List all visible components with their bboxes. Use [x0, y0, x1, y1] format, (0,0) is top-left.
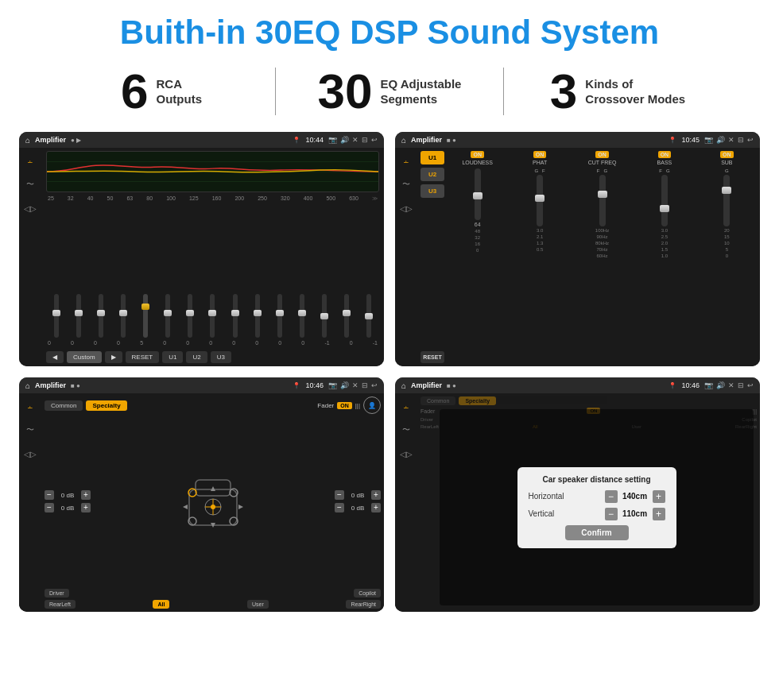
eq-u1-btn[interactable]: U1 — [162, 351, 183, 363]
channel-phat: ON PHAT G F 3.0 2.1 1.3 0.5 — [510, 151, 569, 363]
eq-time: 10:44 — [305, 136, 324, 144]
fl-minus[interactable]: − — [45, 490, 54, 500]
eq-topbar-icons: 📷🔊✕⊟↩ — [328, 136, 378, 144]
eq-screen-content: ⫠ 〜 ◁▷ — [19, 148, 384, 366]
dialog-topbar-icons: 📷🔊✕⊟↩ — [704, 381, 754, 389]
eq-main-area: 2532405063 80100125160200 25032040050063… — [41, 148, 384, 366]
confirm-button[interactable]: Confirm — [565, 525, 629, 540]
btn-all[interactable]: All — [153, 600, 169, 609]
eq-values: 00005 00000 00-10-1 — [46, 340, 379, 346]
preset-u1[interactable]: U1 — [421, 151, 444, 164]
sidebar-vol-icon-3[interactable]: ◁▷ — [22, 446, 38, 462]
stat-eq-number: 30 — [318, 67, 373, 116]
speaker-main-area: Common Specialty Fader ON ||| 👤 — [41, 393, 384, 612]
channel-loudness: ON LOUDNESS 64 48 32 16 0 — [448, 151, 507, 363]
preset-u2[interactable]: U2 — [421, 168, 444, 181]
btn-driver[interactable]: Driver — [45, 589, 69, 598]
eq-u3-btn[interactable]: U3 — [211, 351, 231, 363]
sidebar-wave-icon[interactable]: 〜 — [22, 176, 38, 192]
eq-reset-btn[interactable]: RESET — [126, 351, 160, 363]
eq-screen-card: ⌂ Amplifier ● ▶ 📍 10:44 📷🔊✕⊟↩ ⫠ 〜 ◁▷ — [19, 132, 384, 366]
horizontal-minus[interactable]: − — [605, 490, 618, 503]
eq-custom-btn[interactable]: Custom — [67, 351, 102, 363]
fr-minus[interactable]: − — [335, 490, 344, 500]
svg-marker-16 — [238, 505, 243, 509]
dialog-topbar: ⌂ Amplifier ■ ● 📍 10:46 📷🔊✕⊟↩ — [395, 377, 760, 393]
sidebar-speaker-icon[interactable]: ◁▷ — [22, 200, 38, 216]
loudness-on: ON — [471, 151, 484, 158]
crossover-time: 10:45 — [681, 136, 700, 144]
dialog-box: Car speaker distance setting Horizontal … — [517, 467, 676, 548]
speaker-tabs: Common Specialty — [45, 400, 127, 411]
preset-u3[interactable]: U3 — [421, 184, 444, 198]
rr-db-row: − 0 dB + — [335, 503, 381, 512]
dialog-vertical-label: Vertical — [529, 509, 555, 518]
crossover-topbar-icons: 📷🔊✕⊟↩ — [704, 136, 754, 144]
svg-marker-13 — [211, 486, 215, 491]
speaker-bottom-btns-2: RearLeft All User RearRight — [45, 600, 381, 609]
fr-plus[interactable]: + — [371, 490, 381, 500]
fl-db-row: − 0 dB + — [45, 490, 91, 500]
sidebar-wave-icon-3[interactable]: 〜 — [22, 422, 38, 438]
stat-rca-number: 6 — [121, 67, 148, 116]
sidebar-wave-icon-2[interactable]: 〜 — [398, 176, 414, 192]
home-icon-3: ⌂ — [25, 381, 30, 390]
crossover-channels: ON LOUDNESS 64 48 32 16 0 ON P — [448, 151, 757, 363]
dialog-bg: Common Specialty Fader ON ||| DriverCopi… — [417, 393, 760, 612]
fader-label: Fader — [317, 402, 334, 409]
svg-point-12 — [211, 505, 215, 509]
tab-common[interactable]: Common — [45, 400, 83, 411]
horizontal-value: 140cm — [621, 492, 649, 501]
eq-topbar: ⌂ Amplifier ● ▶ 📍 10:44 📷🔊✕⊟↩ — [19, 132, 384, 148]
sidebar-eq-icon-2[interactable]: ⫠ — [398, 153, 414, 168]
fl-plus[interactable]: + — [81, 490, 91, 500]
speaker-bottom-btns: Driver Copilot — [45, 589, 381, 598]
speaker-sidebar: ⫠ 〜 ◁▷ — [19, 393, 41, 612]
speaker-screen-card: ⌂ Amplifier ■ ● 📍 10:46 📷🔊✕⊟↩ ⫠ 〜 ◁▷ Com… — [19, 377, 384, 612]
eq-u2-btn[interactable]: U2 — [186, 351, 207, 363]
dialog-time: 10:46 — [681, 381, 700, 389]
rl-minus[interactable]: − — [45, 503, 54, 512]
tab-specialty[interactable]: Specialty — [86, 400, 126, 411]
car-diagram — [94, 416, 331, 586]
crossover-reset[interactable]: RESET — [421, 351, 444, 363]
home-icon: ⌂ — [25, 136, 30, 145]
stats-row: 6 RCAOutputs 30 EQ AdjustableSegments 3 … — [0, 59, 779, 127]
rr-minus[interactable]: − — [335, 503, 344, 512]
channel-cutfreq: ON CUT FREQ F G 100Hz 90Hz 80kHz 70Hz 60… — [572, 151, 632, 363]
btn-rearleft[interactable]: RearLeft — [45, 600, 76, 609]
phat-on: ON — [533, 151, 547, 158]
sidebar-eq-icon-3[interactable]: ⫠ — [22, 398, 38, 414]
fader-control: Fader ON ||| 👤 — [317, 396, 381, 414]
dialog-horizontal-row: Horizontal − 140cm + — [529, 490, 665, 503]
home-icon-2: ⌂ — [401, 136, 406, 145]
horizontal-plus[interactable]: + — [653, 490, 665, 503]
vertical-plus[interactable]: + — [653, 508, 665, 520]
dialog-horizontal-value-group: − 140cm + — [605, 490, 665, 503]
sidebar-speaker-icon-2[interactable]: ◁▷ — [398, 200, 414, 216]
stat-crossover: 3 Kinds ofCrossover Modes — [504, 67, 731, 116]
btn-user[interactable]: User — [247, 600, 269, 609]
dialog-screen-content: ⫠ 〜 ◁▷ Common Specialty Fader ON ||| — [395, 393, 760, 612]
rr-plus[interactable]: + — [371, 503, 381, 512]
crossover-sidebar: ⫠ 〜 ◁▷ — [395, 148, 417, 366]
dialog-sidebar: ⫠ 〜 ◁▷ — [395, 393, 417, 612]
eq-sliders — [46, 204, 379, 338]
stat-rca: 6 RCAOutputs — [48, 67, 275, 116]
sidebar-eq-icon[interactable]: ⫠ — [22, 153, 38, 168]
dialog-horizontal-label: Horizontal — [529, 492, 564, 501]
btn-copilot[interactable]: Copilot — [354, 589, 381, 598]
eq-prev-btn[interactable]: ◀ — [46, 351, 64, 363]
screens-grid: ⌂ Amplifier ● ▶ 📍 10:44 📷🔊✕⊟↩ ⫠ 〜 ◁▷ — [0, 127, 779, 620]
rl-plus[interactable]: + — [81, 503, 91, 512]
vertical-minus[interactable]: − — [605, 508, 618, 520]
eq-play-btn[interactable]: ▶ — [105, 351, 122, 363]
speaker-app-name: Amplifier — [35, 381, 66, 389]
stat-crossover-number: 3 — [550, 67, 577, 116]
btn-rearright[interactable]: RearRight — [346, 600, 381, 609]
crossover-presets: U1 U2 U3 RESET — [421, 151, 444, 363]
dialog-modal-overlay: Car speaker distance setting Horizontal … — [440, 409, 754, 605]
rl-db-row: − 0 dB + — [45, 503, 91, 512]
speaker-left-controls: − 0 dB + − 0 dB + — [45, 416, 91, 586]
speaker-screen-content: ⫠ 〜 ◁▷ Common Specialty Fader ON ||| — [19, 393, 384, 612]
